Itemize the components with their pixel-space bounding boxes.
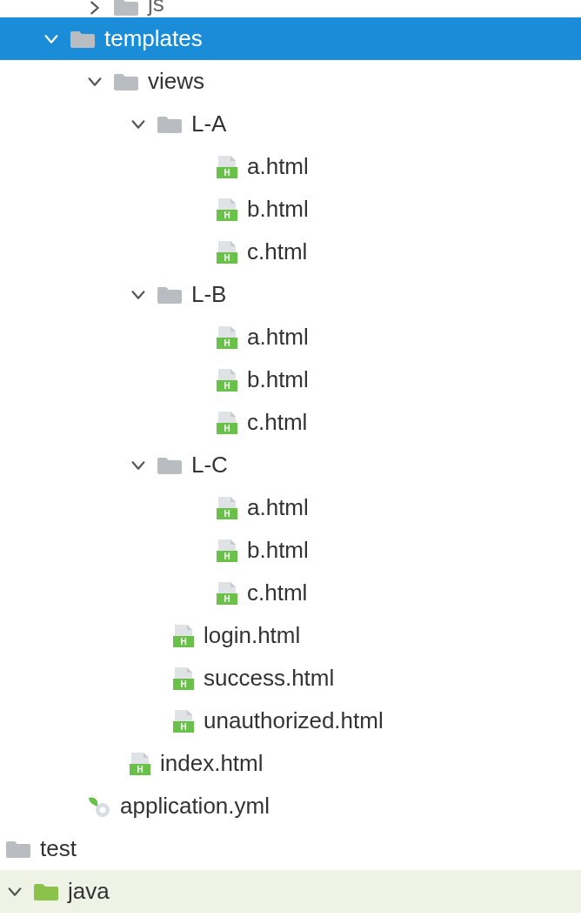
tree-item-label: b.html (247, 196, 309, 223)
html-file-icon (216, 496, 238, 520)
folder-icon (157, 455, 183, 476)
chevron-right-icon (85, 0, 104, 17)
folder-icon (113, 71, 139, 92)
html-file-icon (216, 411, 238, 435)
folder-icon (157, 285, 183, 305)
folder-icon (33, 881, 59, 902)
yml-file-icon (85, 794, 111, 819)
tree-item-file[interactable]: index.html (0, 742, 581, 785)
tree-item-label: views (148, 68, 204, 95)
tree-item-file[interactable]: a.html (0, 316, 581, 358)
tree-item-file[interactable]: a.html (0, 145, 581, 188)
html-file-icon (129, 752, 151, 776)
tree-item-file[interactable]: c.html (0, 401, 581, 444)
folder-icon (157, 114, 183, 135)
tree-item-label: templates (104, 25, 203, 52)
folder-icon (5, 839, 31, 860)
tree-item-label: js (148, 0, 164, 17)
html-file-icon (172, 666, 195, 691)
html-file-icon (216, 539, 238, 563)
chevron-down-icon (42, 30, 61, 49)
tree-item-file[interactable]: c.html (0, 231, 581, 273)
tree-item-label: b.html (247, 537, 309, 564)
tree-item-templates[interactable]: templates (0, 17, 581, 60)
folder-icon (70, 29, 96, 50)
tree-item-label: login.html (204, 622, 300, 649)
tree-item-label: a.html (247, 153, 309, 180)
tree-item-label: L-B (191, 281, 226, 308)
tree-item-file[interactable]: success.html (0, 657, 581, 700)
tree-item-label: java (68, 878, 110, 905)
html-file-icon (216, 240, 238, 264)
tree-item-file[interactable]: b.html (0, 188, 581, 231)
html-file-icon (216, 198, 238, 222)
chevron-down-icon (129, 115, 148, 134)
tree-item-java[interactable]: java (0, 870, 581, 913)
tree-item-label: test (40, 835, 77, 862)
tree-item-label: c.html (247, 409, 307, 436)
folder-icon (113, 0, 139, 17)
tree-item-file[interactable]: b.html (0, 529, 581, 572)
tree-item-label: c.html (247, 238, 307, 265)
tree-item-file[interactable]: unauthorized.html (0, 700, 581, 742)
tree-item-file[interactable]: b.html (0, 358, 581, 401)
tree-item-l-c[interactable]: L-C (0, 444, 581, 486)
tree-item-label: success.html (204, 665, 334, 692)
tree-item-label: unauthorized.html (204, 707, 384, 734)
tree-item-label: L-A (191, 110, 226, 137)
chevron-down-icon (129, 285, 148, 305)
tree-item-file[interactable]: a.html (0, 486, 581, 529)
html-file-icon (172, 624, 195, 648)
tree-item-label: application.yml (120, 793, 270, 820)
tree-item-label: a.html (247, 494, 309, 521)
tree-item-label: b.html (247, 366, 309, 393)
tree-item-file[interactable]: login.html (0, 614, 581, 657)
tree-item-label: a.html (247, 324, 309, 351)
html-file-icon (216, 368, 238, 392)
tree-item-label: c.html (247, 579, 307, 606)
html-file-icon (216, 155, 238, 179)
chevron-down-icon (85, 72, 104, 91)
html-file-icon (216, 581, 238, 606)
tree-item-file[interactable]: application.yml (0, 785, 581, 827)
html-file-icon (172, 709, 195, 733)
tree-item-l-b[interactable]: L-B (0, 273, 581, 316)
tree-item-l-a[interactable]: L-A (0, 103, 581, 145)
tree-item-file[interactable]: c.html (0, 572, 581, 614)
html-file-icon (216, 325, 238, 350)
tree-item-label: L-C (191, 452, 228, 479)
tree-item-test[interactable]: test (0, 827, 581, 870)
chevron-down-icon (129, 456, 148, 475)
tree-item-js[interactable]: js (0, 0, 581, 17)
tree-item-label: index.html (160, 750, 264, 777)
tree-item-views[interactable]: views (0, 60, 581, 103)
chevron-down-icon (5, 882, 24, 901)
